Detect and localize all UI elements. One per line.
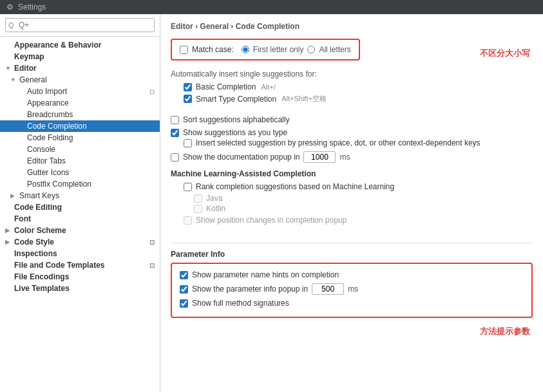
auto-insert-section: Automatically insert single suggestions … [171, 70, 533, 106]
all-letters-label: All letters [319, 45, 350, 54]
match-case-label: Match case: [192, 45, 234, 54]
sidebar-item-live-templates[interactable]: Live Templates [0, 283, 160, 294]
label-file-code-templates: File and Code Templates [14, 261, 104, 270]
ml-rank-checkbox[interactable] [184, 183, 192, 191]
label-keymap: Keymap [14, 52, 44, 61]
sidebar-item-postfix-completion[interactable]: Postfix Completion [0, 178, 160, 190]
ml-position-row: Show position changes in completion popu… [171, 216, 533, 225]
full-signatures-checkbox[interactable] [180, 299, 188, 308]
param-hints-label: Show parameter name hints on completion [192, 270, 339, 279]
show-doc-popup-row: Show the documentation popup in ms [171, 151, 533, 163]
label-code-folding: Code Folding [27, 133, 73, 142]
sidebar-item-console[interactable]: Console [0, 144, 160, 155]
param-popup-input[interactable] [312, 283, 344, 295]
label-font: Font [14, 214, 31, 223]
label-appearance-behavior: Appearance & Behavior [14, 41, 101, 50]
search-box[interactable]: Q [0, 14, 160, 37]
divider [171, 243, 533, 243]
match-case-checkbox[interactable] [180, 46, 188, 54]
sort-alphabetically-row: Sort suggestions alphabetically [171, 115, 533, 124]
smart-type-label: Smart Type Completion [196, 95, 276, 104]
annotation-top: 不区分大小写 [480, 48, 530, 59]
ml-java-label: Java [206, 194, 222, 203]
show-suggestions-checkbox[interactable] [171, 129, 179, 137]
sidebar-tree: Appearance & BehaviorKeymap▼Editor▼Gener… [0, 37, 160, 392]
doc-popup-input[interactable] [303, 151, 336, 163]
sidebar-item-file-encodings[interactable]: File Encodings [0, 271, 160, 283]
param-popup-row: Show the parameter info popup in ms [180, 283, 524, 295]
label-console: Console [27, 145, 55, 154]
sidebar-item-smart-keys[interactable]: ▶Smart Keys [0, 190, 160, 201]
arrow-smart-keys: ▶ [10, 192, 18, 199]
ml-java-checkbox[interactable] [194, 194, 202, 203]
sidebar-item-code-completion[interactable]: Code Completion [0, 120, 160, 132]
sidebar-item-appearance-behavior[interactable]: Appearance & Behavior [0, 39, 160, 51]
ml-position-label: Show position changes in completion popu… [196, 216, 347, 225]
show-suggestions-row: Show suggestions as you type [171, 128, 533, 137]
label-gutter-icons: Gutter Icons [27, 168, 69, 177]
sidebar-item-auto-import[interactable]: Auto Import⊡ [0, 86, 160, 97]
arrow-general: ▼ [10, 77, 18, 83]
ml-kotlin-label: Kotlin [206, 204, 225, 213]
smart-type-row: Smart Type Completion Alt+Shift+空格 [171, 94, 533, 104]
label-smart-keys: Smart Keys [19, 191, 59, 200]
label-file-encodings: File Encodings [14, 272, 69, 281]
param-hints-checkbox[interactable] [180, 271, 188, 279]
sidebar-item-code-folding[interactable]: Code Folding [0, 132, 160, 144]
sidebar-item-code-editing[interactable]: Code Editing [0, 201, 160, 213]
smart-type-shortcut: Alt+Shift+空格 [281, 94, 327, 104]
sidebar-item-keymap[interactable]: Keymap [0, 51, 160, 62]
param-popup-ms: ms [348, 285, 358, 294]
arrow-editor: ▼ [5, 65, 13, 71]
sidebar-item-appearance[interactable]: Appearance [0, 97, 160, 109]
sidebar-item-breadcrumbs[interactable]: Breadcrumbs [0, 109, 160, 120]
ml-rank-row: Rank completion suggestions based on Mac… [171, 182, 533, 191]
ml-position-checkbox[interactable] [184, 216, 192, 225]
ml-java-row: Java [171, 194, 533, 203]
basic-completion-label: Basic Completion [196, 82, 256, 91]
window-title: Settings [18, 3, 46, 12]
parameter-info-section: Parameter Info Show parameter name hints… [171, 250, 533, 318]
search-icon: Q [8, 21, 14, 29]
sidebar-item-file-code-templates[interactable]: File and Code Templates⊡ [0, 259, 160, 271]
first-letter-radio[interactable] [242, 46, 249, 53]
badge-file-code-templates: ⊡ [149, 262, 155, 269]
show-doc-popup-checkbox[interactable] [171, 153, 179, 162]
label-code-completion: Code Completion [27, 122, 87, 131]
show-doc-popup-label: Show the documentation popup in [183, 153, 300, 162]
radio-group: First letter only All letters [242, 45, 351, 54]
sidebar-item-font[interactable]: Font [0, 213, 160, 225]
badge-code-style: ⊡ [149, 239, 155, 246]
parameter-info-title: Parameter Info [171, 250, 533, 259]
insert-suggestion-row: Insert selected suggestion by pressing s… [171, 138, 533, 147]
basic-completion-row: Basic Completion Alt+/ [171, 82, 533, 91]
label-general: General [19, 75, 47, 84]
sidebar-item-code-style[interactable]: ▶Code Style⊡ [0, 236, 160, 248]
param-hints-row: Show parameter name hints on completion [180, 270, 524, 279]
all-letters-radio[interactable] [307, 46, 315, 53]
search-input[interactable] [5, 18, 155, 32]
sidebar-item-color-scheme[interactable]: ▶Color Scheme [0, 225, 160, 236]
smart-type-checkbox[interactable] [184, 95, 192, 103]
label-live-templates: Live Templates [14, 284, 70, 293]
insert-suggestion-checkbox[interactable] [184, 139, 192, 147]
ml-kotlin-checkbox[interactable] [194, 205, 202, 213]
label-editor-tabs: Editor Tabs [27, 156, 66, 165]
label-postfix-completion: Postfix Completion [27, 180, 91, 189]
ml-section: Machine Learning-Assisted Completion Ran… [171, 169, 533, 227]
sidebar-item-general[interactable]: ▼General [0, 74, 160, 86]
sidebar-item-editor-tabs[interactable]: Editor Tabs [0, 155, 160, 167]
sort-alpha-label: Sort suggestions alphabetically [183, 115, 289, 124]
sidebar-item-editor[interactable]: ▼Editor [0, 62, 160, 74]
breadcrumb: Editor › General › Code Completion [171, 22, 533, 31]
sidebar-item-gutter-icons[interactable]: Gutter Icons [0, 167, 160, 178]
param-popup-checkbox[interactable] [180, 285, 188, 294]
sidebar-item-inspections[interactable]: Inspections [0, 248, 160, 259]
label-code-editing: Code Editing [14, 203, 62, 212]
annotation-bottom: 方法提示参数 [480, 326, 530, 337]
match-case-section: Match case: First letter only All letter… [171, 39, 533, 61]
main-content: Q Appearance & BehaviorKeymap▼Editor▼Gen… [0, 14, 543, 392]
sort-alpha-checkbox[interactable] [171, 116, 179, 124]
basic-completion-checkbox[interactable] [184, 83, 192, 91]
arrow-color-scheme: ▶ [5, 227, 13, 234]
